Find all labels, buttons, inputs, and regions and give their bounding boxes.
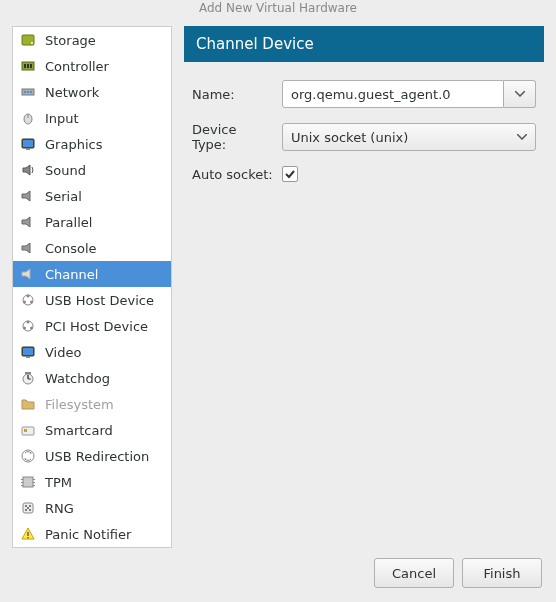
usb-host-icon: [19, 291, 37, 309]
row-name: Name: org.qemu.guest_agent.0: [192, 80, 536, 108]
svg-rect-31: [24, 429, 27, 432]
svg-point-45: [29, 509, 31, 511]
sidebar-item-network[interactable]: Network: [13, 79, 171, 105]
watchdog-icon: [19, 369, 37, 387]
svg-rect-4: [27, 64, 29, 68]
svg-point-16: [27, 295, 30, 298]
sidebar-item-video[interactable]: Video: [13, 339, 171, 365]
dialog-window: Add New Virtual Hardware StorageControll…: [0, 0, 556, 602]
sidebar-item-label: Input: [45, 111, 79, 126]
sidebar-item-label: Graphics: [45, 137, 102, 152]
svg-rect-13: [23, 140, 33, 147]
svg-rect-3: [24, 64, 26, 68]
sidebar-item-label: PCI Host Device: [45, 319, 148, 334]
hardware-list[interactable]: StorageControllerNetworkInputGraphicsSou…: [12, 26, 172, 548]
main-panel: Channel Device Name: org.qemu.guest_agen…: [184, 26, 544, 548]
sidebar-item-console[interactable]: Console: [13, 235, 171, 261]
sidebar-item-label: Network: [45, 85, 99, 100]
sidebar-item-parallel[interactable]: Parallel: [13, 209, 171, 235]
sidebar-item-label: USB Host Device: [45, 293, 154, 308]
svg-rect-29: [25, 372, 31, 374]
serial-icon: [19, 187, 37, 205]
name-combo: org.qemu.guest_agent.0: [282, 80, 536, 108]
button-bar: Cancel Finish: [0, 548, 556, 602]
rng-icon: [19, 499, 37, 517]
auto-socket-label: Auto socket:: [192, 167, 274, 182]
sidebar-item-label: Watchdog: [45, 371, 110, 386]
usb-redir-icon: [19, 447, 37, 465]
row-auto-socket: Auto socket:: [192, 166, 536, 182]
sidebar-item-label: Storage: [45, 33, 96, 48]
sidebar-item-label: Sound: [45, 163, 86, 178]
panel-body: Name: org.qemu.guest_agent.0 Device Type…: [184, 62, 544, 190]
input-icon: [19, 109, 37, 127]
sidebar-item-smartcard[interactable]: Smartcard: [13, 417, 171, 443]
chevron-down-icon: [517, 134, 527, 140]
title-bar: Add New Virtual Hardware: [0, 0, 556, 16]
console-icon: [19, 239, 37, 257]
device-type-dropdown[interactable]: Unix socket (unix): [282, 123, 536, 151]
svg-rect-14: [26, 148, 30, 150]
sidebar-item-rng[interactable]: RNG: [13, 495, 171, 521]
svg-point-18: [30, 301, 33, 304]
chevron-down-icon: [515, 91, 525, 97]
sidebar-item-usb-redirection[interactable]: USB Redirection: [13, 443, 171, 469]
svg-point-9: [30, 91, 32, 93]
sidebar-item-channel[interactable]: Channel: [13, 261, 171, 287]
sidebar-item-watchdog[interactable]: Watchdog: [13, 365, 171, 391]
device-type-value: Unix socket (unix): [291, 130, 408, 145]
sidebar-item-serial[interactable]: Serial: [13, 183, 171, 209]
svg-point-20: [27, 321, 30, 324]
svg-rect-34: [21, 479, 23, 480]
storage-icon: [19, 31, 37, 49]
smartcard-icon: [19, 421, 37, 439]
sidebar-item-label: Smartcard: [45, 423, 113, 438]
svg-point-22: [30, 327, 33, 330]
svg-rect-38: [33, 482, 35, 483]
svg-rect-35: [21, 482, 23, 483]
pci-host-icon: [19, 317, 37, 335]
svg-rect-25: [26, 356, 30, 358]
finish-label: Finish: [483, 566, 520, 581]
sound-icon: [19, 161, 37, 179]
name-label: Name:: [192, 87, 274, 102]
network-icon: [19, 83, 37, 101]
sidebar-item-label: Filesystem: [45, 397, 114, 412]
sidebar-item-label: Panic Notifier: [45, 527, 131, 542]
svg-rect-47: [27, 537, 28, 538]
svg-rect-33: [23, 477, 33, 487]
svg-point-8: [27, 91, 29, 93]
svg-point-43: [27, 507, 29, 509]
auto-socket-checkbox[interactable]: [282, 166, 298, 182]
sidebar-item-sound[interactable]: Sound: [13, 157, 171, 183]
sidebar-item-label: Video: [45, 345, 81, 360]
sidebar-item-tpm[interactable]: TPM: [13, 469, 171, 495]
sidebar-item-pci-host-device[interactable]: PCI Host Device: [13, 313, 171, 339]
check-icon: [284, 168, 296, 180]
name-dropdown-toggle[interactable]: [504, 80, 536, 108]
sidebar-item-controller[interactable]: Controller: [13, 53, 171, 79]
svg-point-42: [29, 505, 31, 507]
sidebar-item-label: Controller: [45, 59, 109, 74]
sidebar-item-usb-host-device[interactable]: USB Host Device: [13, 287, 171, 313]
sidebar-item-label: USB Redirection: [45, 449, 149, 464]
cancel-button[interactable]: Cancel: [374, 558, 454, 588]
filesystem-icon: [19, 395, 37, 413]
finish-button[interactable]: Finish: [462, 558, 542, 588]
controller-icon: [19, 57, 37, 75]
sidebar-item-storage[interactable]: Storage: [13, 27, 171, 53]
svg-point-1: [31, 42, 33, 44]
svg-rect-37: [33, 479, 35, 480]
svg-rect-39: [33, 485, 35, 486]
sidebar-item-label: Channel: [45, 267, 98, 282]
tpm-icon: [19, 473, 37, 491]
svg-rect-24: [23, 348, 33, 355]
sidebar-item-panic-notifier[interactable]: Panic Notifier: [13, 521, 171, 547]
name-input[interactable]: org.qemu.guest_agent.0: [282, 80, 504, 108]
sidebar-item-filesystem: Filesystem: [13, 391, 171, 417]
svg-point-17: [23, 301, 26, 304]
sidebar-item-graphics[interactable]: Graphics: [13, 131, 171, 157]
sidebar-item-input[interactable]: Input: [13, 105, 171, 131]
sidebar-item-label: TPM: [45, 475, 72, 490]
svg-point-44: [25, 509, 27, 511]
